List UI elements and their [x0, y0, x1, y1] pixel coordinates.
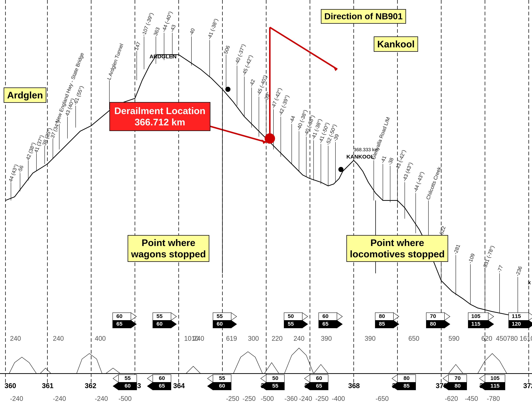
dist-400: 400 [95, 335, 106, 342]
below-360: -360 [285, 395, 297, 402]
below-250a: -250 [226, 395, 239, 402]
km-372: 372 [523, 382, 532, 390]
svg-text:115: 115 [471, 321, 480, 327]
km-362: 362 [85, 382, 96, 390]
svg-text:115: 115 [512, 313, 521, 319]
derailment-label: Derailment Location 366.712 km [109, 102, 210, 131]
below-250b: -250 [242, 395, 256, 402]
end-marker: x [528, 279, 531, 285]
svg-text:55: 55 [124, 375, 131, 381]
svg-text:60: 60 [322, 313, 328, 319]
dist-220: 220 [272, 335, 283, 342]
derailment-text: Derailment Location 366.712 km [114, 105, 206, 127]
dist-650: 650 [408, 335, 419, 342]
svg-text:60: 60 [124, 383, 131, 389]
below-240c: -240 [95, 395, 108, 402]
svg-text:50: 50 [288, 313, 294, 319]
below-240b: -240 [53, 395, 66, 402]
svg-text:105: 105 [490, 375, 500, 381]
svg-text:55: 55 [219, 375, 225, 381]
dist-390a: 390 [321, 335, 332, 342]
main-diagram: 44 (43°) -56 42 (38°) 41 (37°) 38 (35°) … [0, 0, 532, 410]
locos-stopped-label: Point where locomotives stopped [346, 235, 448, 262]
svg-text:105: 105 [471, 313, 480, 319]
below-240a: -240 [10, 395, 23, 402]
svg-text:60: 60 [156, 321, 162, 327]
ardglen-label: Ardglen [4, 87, 46, 103]
km-364: 364 [173, 382, 185, 390]
svg-text:70: 70 [430, 313, 436, 319]
kankool-label: Kankool [374, 37, 418, 52]
dist-1610: 1610 [520, 335, 532, 342]
kankool-station-label: KANKOOL [346, 154, 374, 160]
svg-text:55: 55 [217, 313, 223, 319]
svg-text:60: 60 [116, 313, 122, 319]
direction-label: Direction of NB901 [321, 9, 406, 24]
dist-390b: 390 [365, 335, 376, 342]
svg-text:55: 55 [288, 321, 294, 327]
svg-text:65: 65 [159, 383, 165, 389]
below-400: -400 [332, 395, 345, 402]
dist-240a: 240 [10, 335, 21, 342]
svg-point-106 [225, 87, 230, 92]
svg-text:55: 55 [156, 313, 162, 319]
svg-text:80: 80 [430, 321, 436, 327]
svg-text:55: 55 [272, 383, 278, 389]
below-500b: -500 [261, 395, 274, 402]
dist-450: 450 [496, 335, 507, 342]
below-650: -650 [376, 395, 389, 402]
dist-590: 590 [448, 335, 459, 342]
locos-stopped-text: Point where locomotives stopped [350, 237, 445, 259]
ardglen-station-label: ARDGLEN [150, 53, 177, 59]
dist-780: 780 [507, 335, 518, 342]
below-620: -620 [445, 395, 458, 402]
svg-text:85: 85 [379, 321, 385, 327]
speed-sign-115-120-upper: 115 120 [509, 313, 532, 328]
svg-text:65: 65 [322, 321, 328, 327]
below-450: -450 [465, 395, 478, 402]
svg-text:50: 50 [272, 375, 278, 381]
svg-text:80: 80 [403, 375, 409, 381]
svg-text:80: 80 [379, 313, 385, 319]
dist-619: 619 [226, 335, 237, 342]
wagons-stopped-text: Point where wagons stopped [131, 237, 206, 259]
svg-text:85: 85 [403, 383, 409, 389]
svg-text:80: 80 [455, 383, 461, 389]
wagons-stopped-label: Point where wagons stopped [128, 235, 209, 262]
svg-text:60: 60 [217, 321, 223, 327]
km-360: 360 [5, 382, 16, 390]
dist-240c: 240 [294, 335, 304, 342]
dist-240b: 240 [53, 335, 64, 342]
svg-text:120: 120 [512, 321, 521, 327]
svg-point-104 [265, 133, 275, 144]
svg-text:70: 70 [455, 375, 461, 381]
svg-text:60: 60 [159, 375, 165, 381]
svg-text:60: 60 [316, 375, 322, 381]
svg-text:60: 60 [219, 383, 225, 389]
svg-text:115: 115 [490, 383, 500, 389]
below-500a: -500 [118, 395, 132, 402]
dist-620: 620 [481, 335, 492, 342]
km-361: 361 [42, 382, 53, 390]
svg-point-105 [338, 167, 343, 172]
km-368: 368 [348, 382, 360, 390]
dist-300: 300 [248, 335, 259, 342]
dist-240e: 240 [193, 335, 204, 342]
below-250c: -250 [315, 395, 329, 402]
svg-text:65: 65 [316, 383, 322, 389]
svg-text:65: 65 [116, 321, 122, 327]
below-240d: -240 [299, 395, 312, 402]
below-780: -780 [487, 395, 500, 402]
